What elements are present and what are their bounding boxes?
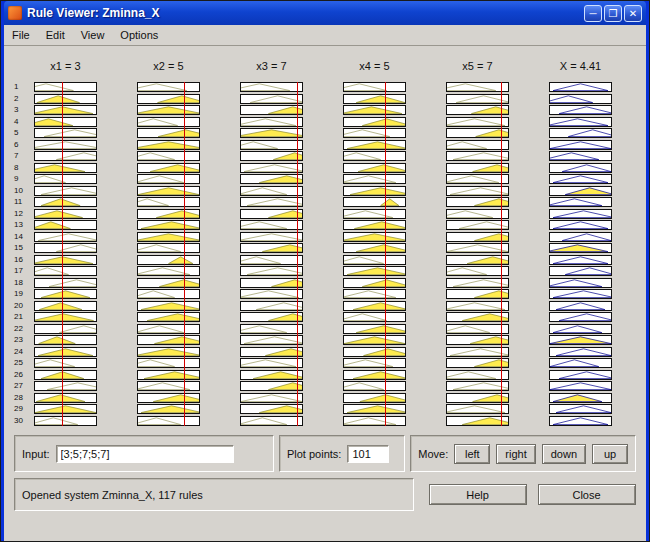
mf-cell[interactable]: [343, 289, 406, 299]
rule-number[interactable]: 19: [14, 289, 34, 299]
mf-cell[interactable]: [549, 197, 612, 207]
mf-cell[interactable]: [240, 347, 303, 357]
mf-cell[interactable]: [240, 324, 303, 334]
mf-cell[interactable]: [137, 209, 200, 219]
rule-number[interactable]: 2: [14, 94, 34, 104]
rule-number[interactable]: 25: [14, 358, 34, 368]
mf-cell[interactable]: [343, 381, 406, 391]
mf-cell[interactable]: [34, 94, 97, 104]
mf-cell[interactable]: [549, 266, 612, 276]
mf-cell[interactable]: [343, 232, 406, 242]
mf-cell[interactable]: [34, 347, 97, 357]
mf-cell[interactable]: [137, 186, 200, 196]
mf-cell[interactable]: [343, 163, 406, 173]
mf-cell[interactable]: [34, 393, 97, 403]
mf-cell[interactable]: [343, 347, 406, 357]
mf-cell[interactable]: [34, 404, 97, 414]
mf-cell[interactable]: [549, 278, 612, 288]
rule-number[interactable]: 8: [14, 163, 34, 173]
mf-cell[interactable]: [137, 255, 200, 265]
mf-cell[interactable]: [240, 243, 303, 253]
mf-cell[interactable]: [137, 105, 200, 115]
mf-cell[interactable]: [137, 220, 200, 230]
mf-cell[interactable]: [446, 82, 509, 92]
mf-cell[interactable]: [34, 301, 97, 311]
mf-cell[interactable]: [137, 301, 200, 311]
mf-cell[interactable]: [137, 404, 200, 414]
mf-cell[interactable]: [34, 174, 97, 184]
mf-cell[interactable]: [446, 416, 509, 426]
mf-cell[interactable]: [446, 255, 509, 265]
mf-cell[interactable]: [240, 105, 303, 115]
mf-cell[interactable]: [549, 335, 612, 345]
mf-cell[interactable]: [446, 151, 509, 161]
rule-number[interactable]: 5: [14, 128, 34, 138]
mf-cell[interactable]: [549, 312, 612, 322]
titlebar[interactable]: Rule Viewer: Zminna_X ─ ❐ ✕: [4, 1, 646, 25]
mf-cell[interactable]: [549, 301, 612, 311]
minimize-button[interactable]: ─: [584, 5, 602, 22]
input-field[interactable]: [56, 445, 234, 463]
rule-number[interactable]: 22: [14, 324, 34, 334]
rule-number[interactable]: 29: [14, 404, 34, 414]
rule-number[interactable]: 27: [14, 381, 34, 391]
mf-cell[interactable]: [34, 266, 97, 276]
mf-cell[interactable]: [446, 358, 509, 368]
mf-cell[interactable]: [240, 301, 303, 311]
mf-cell[interactable]: [137, 381, 200, 391]
mf-cell[interactable]: [137, 117, 200, 127]
mf-cell[interactable]: [137, 335, 200, 345]
rule-number[interactable]: 11: [14, 197, 34, 207]
mf-cell[interactable]: [549, 220, 612, 230]
mf-cell[interactable]: [446, 186, 509, 196]
mf-cell[interactable]: [549, 151, 612, 161]
rule-number[interactable]: 21: [14, 312, 34, 322]
mf-cell[interactable]: [137, 82, 200, 92]
mf-cell[interactable]: [446, 370, 509, 380]
mf-cell[interactable]: [240, 312, 303, 322]
mf-cell[interactable]: [446, 335, 509, 345]
mf-cell[interactable]: [137, 289, 200, 299]
mf-cell[interactable]: [240, 140, 303, 150]
rule-number[interactable]: 17: [14, 266, 34, 276]
mf-cell[interactable]: [34, 117, 97, 127]
mf-cell[interactable]: [137, 151, 200, 161]
mf-cell[interactable]: [240, 370, 303, 380]
mf-cell[interactable]: [549, 174, 612, 184]
mf-cell[interactable]: [343, 358, 406, 368]
input-value-line[interactable]: [501, 82, 503, 426]
menu-item-options[interactable]: Options: [112, 27, 166, 43]
mf-cell[interactable]: [446, 278, 509, 288]
help-button[interactable]: Help: [429, 484, 527, 505]
mf-cell[interactable]: [549, 232, 612, 242]
menu-item-view[interactable]: View: [73, 27, 113, 43]
mf-cell[interactable]: [34, 255, 97, 265]
rule-number[interactable]: 15: [14, 243, 34, 253]
mf-cell[interactable]: [137, 174, 200, 184]
mf-cell[interactable]: [34, 370, 97, 380]
mf-cell[interactable]: [549, 381, 612, 391]
mf-cell[interactable]: [240, 82, 303, 92]
mf-cell[interactable]: [446, 404, 509, 414]
mf-cell[interactable]: [240, 232, 303, 242]
mf-cell[interactable]: [549, 140, 612, 150]
mf-cell[interactable]: [446, 289, 509, 299]
mf-cell[interactable]: [343, 220, 406, 230]
rule-number[interactable]: 16: [14, 255, 34, 265]
move-right-button[interactable]: right: [496, 444, 535, 464]
mf-cell[interactable]: [446, 381, 509, 391]
mf-cell[interactable]: [240, 381, 303, 391]
mf-cell[interactable]: [446, 117, 509, 127]
mf-cell[interactable]: [343, 278, 406, 288]
mf-cell[interactable]: [34, 289, 97, 299]
move-up-button[interactable]: up: [592, 444, 628, 464]
mf-cell[interactable]: [446, 94, 509, 104]
mf-cell[interactable]: [240, 358, 303, 368]
mf-cell[interactable]: [549, 404, 612, 414]
rule-number[interactable]: 18: [14, 278, 34, 288]
mf-cell[interactable]: [446, 393, 509, 403]
mf-cell[interactable]: [343, 174, 406, 184]
mf-cell[interactable]: [34, 243, 97, 253]
mf-cell[interactable]: [34, 163, 97, 173]
mf-cell[interactable]: [240, 404, 303, 414]
